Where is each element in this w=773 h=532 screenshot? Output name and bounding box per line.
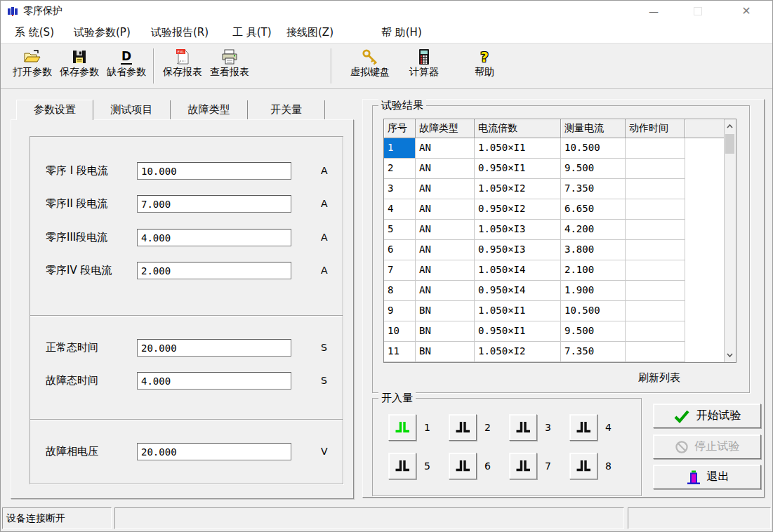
cell-seq[interactable]: 4 — [384, 199, 416, 220]
table-row[interactable]: 2 AN 0.950×I1 9.500 — [384, 159, 724, 179]
cell-seq[interactable]: 2 — [384, 159, 416, 179]
maximize-button[interactable] — [680, 1, 715, 22]
table-row[interactable]: 11 BN 1.050×I2 7.350 — [384, 342, 724, 362]
cell-current-multiple[interactable]: 1.050×I1 — [475, 301, 561, 321]
table-row[interactable]: 8 AN 0.950×I4 1.900 — [384, 281, 724, 301]
cell-action-time[interactable] — [626, 179, 685, 199]
tab-test-items[interactable]: 测试项目 — [93, 100, 171, 119]
cell-measured-current[interactable]: 10.500 — [561, 301, 626, 321]
cell-seq[interactable]: 6 — [384, 240, 416, 260]
start-test-button[interactable]: 开始试验 — [653, 404, 761, 428]
menu-tools[interactable]: 工 具(T) — [232, 22, 272, 43]
cell-current-multiple[interactable]: 0.950×I3 — [475, 240, 561, 260]
table-row[interactable]: 5 AN 1.050×I3 4.200 — [384, 220, 724, 240]
table-row[interactable]: 7 AN 1.050×I4 2.100 — [384, 260, 724, 281]
zero-seq-i3-current-input[interactable] — [137, 229, 291, 246]
exit-button[interactable]: 退出 — [653, 465, 761, 489]
cell-action-time[interactable] — [626, 260, 685, 281]
cell-action-time[interactable] — [626, 281, 685, 301]
cell-seq[interactable]: 1 — [384, 138, 416, 159]
cell-seq[interactable]: 3 — [384, 179, 416, 199]
scroll-down-button[interactable] — [725, 349, 735, 361]
help-button[interactable]: ? 帮助 — [461, 47, 508, 86]
din-switch-button[interactable] — [509, 453, 537, 479]
din-switch-button[interactable] — [569, 414, 597, 441]
virtual-keyboard-button[interactable]: 虚拟键盘 — [347, 47, 393, 86]
zero-seq-i1-current-input[interactable] — [137, 162, 291, 180]
din-switch-button[interactable] — [509, 414, 537, 441]
menu-test-params[interactable]: 试验参数(P) — [74, 22, 131, 43]
cell-current-multiple[interactable]: 1.050×I1 — [475, 138, 561, 159]
cell-action-time[interactable] — [626, 342, 685, 362]
cell-action-time[interactable] — [626, 301, 685, 321]
menu-help[interactable]: 帮 助(H) — [381, 22, 422, 43]
cell-seq[interactable]: 8 — [384, 281, 416, 301]
calculator-button[interactable]: 计算器 — [401, 47, 447, 86]
cell-action-time[interactable] — [626, 138, 685, 159]
menu-wiring-diagram[interactable]: 接线图(Z) — [286, 22, 333, 43]
cell-measured-current[interactable]: 6.650 — [561, 199, 626, 220]
cell-current-multiple[interactable]: 1.050×I3 — [475, 220, 561, 240]
table-header-cell[interactable]: 电流倍数 — [475, 119, 561, 138]
refresh-list-button[interactable]: 刷新列表 — [638, 371, 680, 385]
cell-fault-type[interactable]: AN — [416, 281, 475, 301]
table-row[interactable]: 9 BN 1.050×I1 10.500 — [384, 301, 724, 321]
cell-action-time[interactable] — [626, 199, 685, 220]
table-header-cell[interactable]: 序号 — [384, 119, 416, 138]
din-switch-button[interactable] — [569, 453, 597, 479]
cell-fault-type[interactable]: AN — [416, 159, 475, 179]
tab-fault-types[interactable]: 故障类型 — [171, 100, 248, 119]
cell-seq[interactable]: 10 — [384, 321, 416, 342]
tab-switches[interactable]: 开关量 — [248, 100, 325, 119]
cell-action-time[interactable] — [626, 159, 685, 179]
din-switch-button[interactable] — [388, 453, 416, 479]
cell-current-multiple[interactable]: 0.950×I1 — [475, 159, 561, 179]
table-header-cell[interactable]: 故障类型 — [416, 119, 475, 138]
cell-measured-current[interactable]: 7.350 — [561, 342, 626, 362]
cell-measured-current[interactable]: 1.900 — [561, 281, 626, 301]
cell-fault-type[interactable]: AN — [416, 240, 475, 260]
din-switch-button[interactable] — [449, 414, 477, 441]
zero-seq-i2-current-input[interactable] — [137, 195, 291, 213]
cell-fault-type[interactable]: AN — [416, 199, 475, 220]
minimize-button[interactable]: — — [636, 1, 671, 22]
cell-measured-current[interactable]: 9.500 — [561, 321, 626, 342]
fault-state-time-input[interactable] — [137, 372, 291, 390]
cell-fault-type[interactable]: BN — [416, 301, 475, 321]
table-row[interactable]: 4 AN 0.950×I2 6.650 — [384, 199, 724, 220]
save-params-button[interactable]: 保存参数 — [56, 47, 103, 86]
table-row[interactable]: 1 AN 1.050×I1 10.500 — [384, 138, 724, 159]
view-report-button[interactable]: 查看报表 — [206, 47, 253, 86]
cell-measured-current[interactable]: 9.500 — [561, 159, 626, 179]
cell-action-time[interactable] — [626, 321, 685, 342]
table-header-cell[interactable]: 测量电流 — [561, 119, 626, 138]
tab-param-settings[interactable]: 参数设置 — [16, 100, 93, 120]
cell-current-multiple[interactable]: 1.050×I2 — [475, 179, 561, 199]
results-scrollbar[interactable] — [724, 119, 736, 362]
cell-seq[interactable]: 11 — [384, 342, 416, 362]
cell-fault-type[interactable]: BN — [416, 321, 475, 342]
cell-measured-current[interactable]: 2.100 — [561, 260, 626, 281]
cell-action-time[interactable] — [626, 240, 685, 260]
close-button[interactable]: ✕ — [729, 1, 764, 22]
cell-seq[interactable]: 9 — [384, 301, 416, 321]
cell-fault-type[interactable]: AN — [416, 220, 475, 240]
cell-measured-current[interactable]: 7.350 — [561, 179, 626, 199]
scroll-thumb[interactable] — [725, 134, 734, 154]
table-row[interactable]: 10 BN 0.950×I1 9.500 — [384, 321, 724, 342]
table-header-cell[interactable]: 动作时间 — [626, 119, 685, 138]
menu-system[interactable]: 系 统(S) — [15, 22, 54, 43]
table-row[interactable]: 3 AN 1.050×I2 7.350 — [384, 179, 724, 199]
menu-test-report[interactable]: 试验报告(R) — [151, 22, 209, 43]
cell-seq[interactable]: 5 — [384, 220, 416, 240]
cell-fault-type[interactable]: AN — [416, 260, 475, 281]
cell-fault-type[interactable]: BN — [416, 342, 475, 362]
cell-measured-current[interactable]: 3.800 — [561, 240, 626, 260]
cell-measured-current[interactable]: 10.500 — [561, 138, 626, 159]
cell-current-multiple[interactable]: 0.950×I2 — [475, 199, 561, 220]
cell-current-multiple[interactable]: 0.950×I4 — [475, 281, 561, 301]
fault-phase-voltage-input[interactable] — [137, 443, 291, 460]
scroll-up-button[interactable] — [725, 120, 735, 133]
table-row[interactable]: 6 AN 0.950×I3 3.800 — [384, 240, 724, 260]
cell-measured-current[interactable]: 4.200 — [561, 220, 626, 240]
